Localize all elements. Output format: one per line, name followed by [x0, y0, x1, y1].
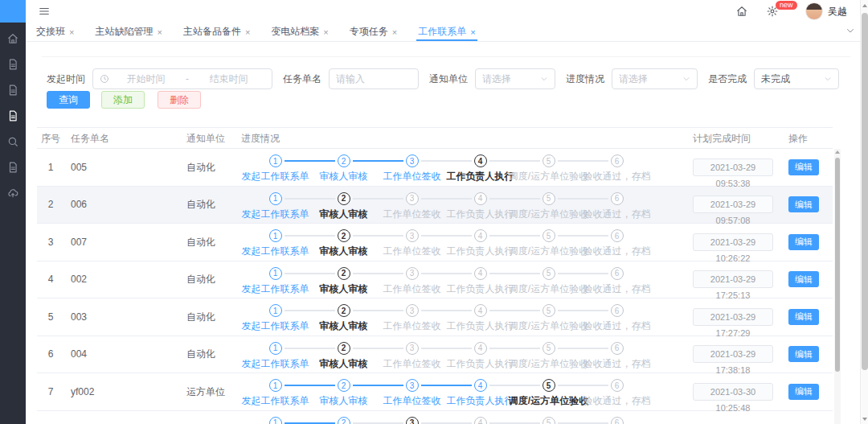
scroll-down-icon[interactable]	[862, 418, 867, 421]
tab-3[interactable]: 变电站档案×	[271, 23, 328, 41]
step-line	[558, 422, 608, 424]
step-4: 4工作负责人执行	[446, 373, 514, 408]
step-label: 审核人审核	[320, 319, 368, 333]
tab-0[interactable]: 交接班×	[36, 23, 74, 41]
sidebar-menu	[0, 26, 26, 206]
table-row[interactable]: 1发起工作联系单2审核人审核3工作单位签收4工作负责人执行5调度/运方单位验收6…	[37, 411, 833, 424]
cell-notify-unit: 自动化	[186, 310, 243, 323]
table-row[interactable]: 3007自动化1发起工作联系单2审核人审核3工作单位签收4工作负责人执行5调度/…	[37, 224, 833, 261]
document-icon-3[interactable]	[0, 103, 26, 129]
table-row[interactable]: 4002自动化1发起工作联系单2审核人审核3工作单位签收4工作负责人执行5调度/…	[37, 261, 833, 299]
step-line	[353, 160, 403, 162]
table-row[interactable]: 6004自动化1发起工作联系单2审核人审核3工作单位签收4工作负责人执行5调度/…	[37, 336, 833, 374]
step-circle: 3	[406, 154, 419, 167]
planned-time-box: 2021-03-29 10:26:22	[693, 233, 773, 251]
tab-1[interactable]: 主站缺陷管理×	[95, 23, 162, 41]
tab-4[interactable]: 专项任务×	[350, 23, 397, 41]
document-icon-1[interactable]	[0, 51, 26, 77]
step-label: 发起工作联系单	[242, 245, 309, 258]
tab-label: 主站缺陷管理	[95, 25, 153, 39]
step-circle: 2	[338, 417, 350, 424]
cell-notify-unit: 自动化	[186, 348, 243, 361]
step-line	[421, 348, 472, 349]
end-time-placeholder: 结束时间	[192, 72, 265, 86]
step-5: 5调度/运方单位验收	[514, 373, 583, 408]
page-scrollbar-thumb[interactable]	[862, 13, 868, 370]
delete-button[interactable]: 删除	[158, 91, 201, 109]
edit-button[interactable]: 编辑	[788, 234, 819, 250]
add-button[interactable]: 添加	[101, 91, 145, 109]
hamburger-menu-icon[interactable]	[39, 6, 50, 17]
edit-button[interactable]: 编辑	[788, 309, 819, 325]
cell-task-name: 002	[71, 274, 175, 285]
cell-actions: 编辑	[788, 271, 819, 287]
step-5: 5调度/运方单位验收	[514, 224, 583, 258]
user-name[interactable]: 吴越	[828, 5, 847, 19]
tab-close-icon[interactable]: ×	[392, 27, 397, 37]
tab-label: 变电站档案	[271, 25, 319, 39]
step-2: 2审核人审核	[309, 187, 378, 221]
edit-button[interactable]: 编辑	[788, 271, 819, 287]
tab-close-icon[interactable]: ×	[470, 27, 475, 37]
step-4: 4工作负责人执行	[446, 298, 514, 333]
edit-button[interactable]: 编辑	[788, 384, 819, 400]
edit-button[interactable]: 编辑	[788, 346, 819, 362]
step-label: 工作单位签收	[383, 319, 441, 333]
step-label: 审核人审核	[320, 208, 368, 221]
date-range-picker[interactable]: 开始时间 - 结束时间	[92, 68, 272, 89]
edit-button[interactable]: 编辑	[788, 196, 819, 212]
action-buttons: 查询 添加 删除	[47, 91, 201, 109]
step-2: 2审核人审核	[309, 298, 378, 333]
tab-close-icon[interactable]: ×	[245, 27, 250, 37]
table-row[interactable]: 1005自动化1发起工作联系单2审核人审核3工作单位签收4工作负责人执行5调度/…	[37, 149, 833, 187]
avatar[interactable]	[805, 2, 823, 20]
step-circle: 3	[406, 379, 419, 392]
cloud-upload-icon[interactable]	[0, 180, 26, 206]
step-line	[285, 422, 335, 424]
cell-index: 1	[37, 162, 64, 173]
table-row[interactable]: 5003自动化1发起工作联系单2审核人审核3工作单位签收4工作负责人执行5调度/…	[37, 298, 833, 336]
tab-5[interactable]: 工作联系单×	[418, 23, 475, 41]
table-row[interactable]: 7yf002运方单位1发起工作联系单2审核人审核3工作单位签收4工作负责人执行5…	[37, 373, 833, 411]
cell-index: 7	[37, 386, 64, 397]
cell-actions: 编辑	[788, 309, 819, 325]
tab-label: 专项任务	[350, 25, 388, 39]
step-label: 审核人审核	[320, 394, 368, 408]
chevron-down-icon[interactable]	[845, 26, 855, 35]
home-icon[interactable]	[736, 6, 747, 17]
tab-2[interactable]: 主站备品备件×	[183, 23, 250, 41]
step-label: 调度/运方单位验收	[509, 357, 588, 371]
planned-time-box: 2021-03-30 10:25:48	[693, 383, 773, 401]
step-circle: 2	[338, 154, 350, 167]
tab-close-icon[interactable]: ×	[157, 27, 162, 37]
document-icon-4[interactable]	[0, 154, 26, 180]
step-circle: 4	[474, 229, 487, 242]
table-scrollbar-thumb[interactable]	[835, 158, 840, 372]
task-name-label: 任务单名	[283, 72, 321, 86]
step-label: 验收通过，存档	[583, 319, 651, 333]
tab-close-icon[interactable]: ×	[69, 27, 74, 37]
progress-select[interactable]: 请选择	[612, 68, 698, 89]
document-icon-2[interactable]	[0, 77, 26, 103]
complete-select[interactable]: 未完成	[754, 68, 839, 89]
home-icon[interactable]	[0, 26, 26, 51]
tab-close-icon[interactable]: ×	[323, 27, 328, 37]
table-row[interactable]: 2006自动化1发起工作联系单2审核人审核3工作单位签收4工作负责人执行5调度/…	[37, 187, 833, 224]
step-circle: 2	[338, 192, 350, 205]
query-button[interactable]: 查询	[47, 91, 90, 109]
search-icon[interactable]	[0, 129, 26, 154]
step-3: 3工作单位签收	[378, 224, 446, 258]
step-label: 审核人审核	[320, 170, 368, 183]
edit-button[interactable]: 编辑	[788, 159, 819, 175]
task-name-input[interactable]	[336, 73, 411, 84]
step-3: 3工作单位签收	[378, 149, 446, 183]
step-line	[489, 235, 540, 237]
step-line	[421, 310, 472, 311]
notify-unit-select[interactable]: 请选择	[475, 68, 555, 89]
step-circle: 1	[269, 192, 282, 205]
cell-task-name: 007	[71, 237, 175, 248]
step-5: 5调度/运方单位验收	[514, 261, 583, 296]
step-circle: 4	[474, 379, 487, 392]
scroll-up-icon[interactable]	[862, 4, 867, 7]
scroll-up-icon[interactable]	[835, 150, 840, 154]
